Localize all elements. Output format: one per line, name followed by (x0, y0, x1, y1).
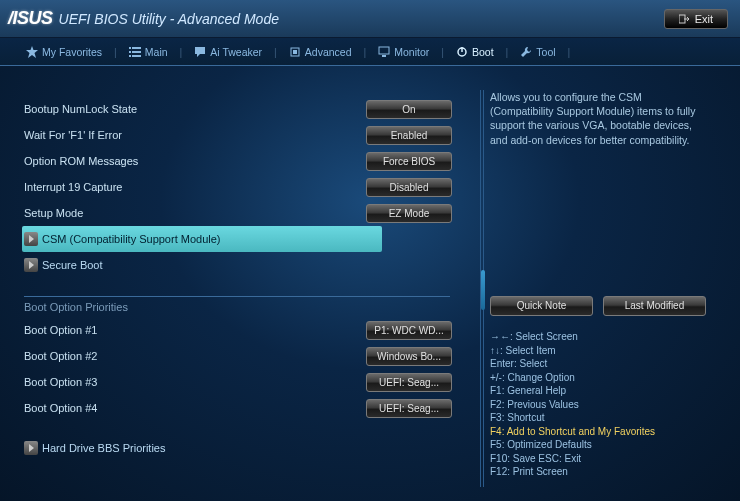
svg-rect-10 (382, 55, 386, 57)
last-modified-button[interactable]: Last Modified (603, 296, 706, 316)
setting-int19[interactable]: Interrupt 19 Capture Disabled (24, 174, 470, 200)
setting-numlock[interactable]: Bootup NumLock State On (24, 96, 470, 122)
tab-advanced[interactable]: Advanced (279, 46, 362, 58)
chevron-right-icon (24, 441, 38, 455)
svg-rect-5 (129, 55, 131, 57)
help-text: Allows you to configure the CSM (Compati… (490, 90, 706, 290)
chat-icon (194, 46, 206, 58)
chevron-right-icon (24, 232, 38, 246)
tab-boot[interactable]: Boot (446, 46, 504, 58)
side-panel: Allows you to configure the CSM (Compati… (480, 66, 720, 501)
svg-rect-2 (132, 47, 141, 49)
svg-rect-4 (132, 51, 141, 53)
submenu-bbs[interactable]: Hard Drive BBS Priorities (24, 435, 470, 461)
value-btn[interactable]: EZ Mode (366, 204, 452, 223)
panel-scrollbar[interactable] (480, 90, 484, 487)
key-help: →←: Select Screen ↑↓: Select Item Enter:… (490, 330, 706, 479)
star-icon (26, 46, 38, 58)
tab-monitor[interactable]: Monitor (368, 46, 439, 58)
chip-icon (289, 46, 301, 58)
exit-label: Exit (695, 13, 713, 25)
monitor-icon (378, 46, 390, 58)
value-btn[interactable]: Disabled (366, 178, 452, 197)
boot-option-2[interactable]: Boot Option #2 Windows Bo... (24, 343, 470, 369)
setting-setup-mode[interactable]: Setup Mode EZ Mode (24, 200, 470, 226)
value-btn[interactable]: Enabled (366, 126, 452, 145)
exit-button[interactable]: Exit (664, 9, 728, 29)
chevron-right-icon (24, 258, 38, 272)
submenu-secure-boot[interactable]: Secure Boot (24, 252, 470, 278)
setting-wait-f1[interactable]: Wait For 'F1' If Error Enabled (24, 122, 470, 148)
app-title: UEFI BIOS Utility - Advanced Mode (59, 11, 279, 27)
power-icon (456, 46, 468, 58)
submenu-csm[interactable]: CSM (Compatibility Support Module) (22, 226, 382, 252)
exit-icon (679, 14, 689, 24)
value-btn[interactable]: P1: WDC WD... (366, 321, 452, 340)
value-btn[interactable]: UEFI: Seag... (366, 373, 452, 392)
value-btn[interactable]: Windows Bo... (366, 347, 452, 366)
setting-option-rom[interactable]: Option ROM Messages Force BIOS (24, 148, 470, 174)
value-btn[interactable]: On (366, 100, 452, 119)
value-btn[interactable]: UEFI: Seag... (366, 399, 452, 418)
tab-main[interactable]: Main (119, 46, 178, 58)
boot-option-1[interactable]: Boot Option #1 P1: WDC WD... (24, 317, 470, 343)
boot-option-3[interactable]: Boot Option #3 UEFI: Seag... (24, 369, 470, 395)
svg-rect-9 (379, 47, 389, 54)
tab-tool[interactable]: Tool (510, 46, 565, 58)
main-panel: Bootup NumLock State On Wait For 'F1' If… (0, 66, 480, 501)
svg-rect-8 (293, 50, 297, 54)
svg-rect-1 (129, 47, 131, 49)
content-area: Bootup NumLock State On Wait For 'F1' If… (0, 66, 740, 501)
wrench-icon (520, 46, 532, 58)
tab-ai-tweaker[interactable]: Ai Tweaker (184, 46, 272, 58)
boot-option-4[interactable]: Boot Option #4 UEFI: Seag... (24, 395, 470, 421)
quick-note-button[interactable]: Quick Note (490, 296, 593, 316)
list-icon (129, 46, 141, 58)
scrollbar-thumb[interactable] (481, 270, 485, 310)
header-bar: /ISUS UEFI BIOS Utility - Advanced Mode … (0, 0, 740, 38)
tab-bar: My Favorites | Main | Ai Tweaker | Advan… (0, 38, 740, 66)
value-btn[interactable]: Force BIOS (366, 152, 452, 171)
svg-rect-3 (129, 51, 131, 53)
brand-logo: /ISUS (8, 8, 53, 29)
tab-favorites[interactable]: My Favorites (16, 46, 112, 58)
boot-priorities-header: Boot Option Priorities (24, 301, 470, 313)
svg-rect-6 (132, 55, 141, 57)
divider (24, 296, 450, 297)
